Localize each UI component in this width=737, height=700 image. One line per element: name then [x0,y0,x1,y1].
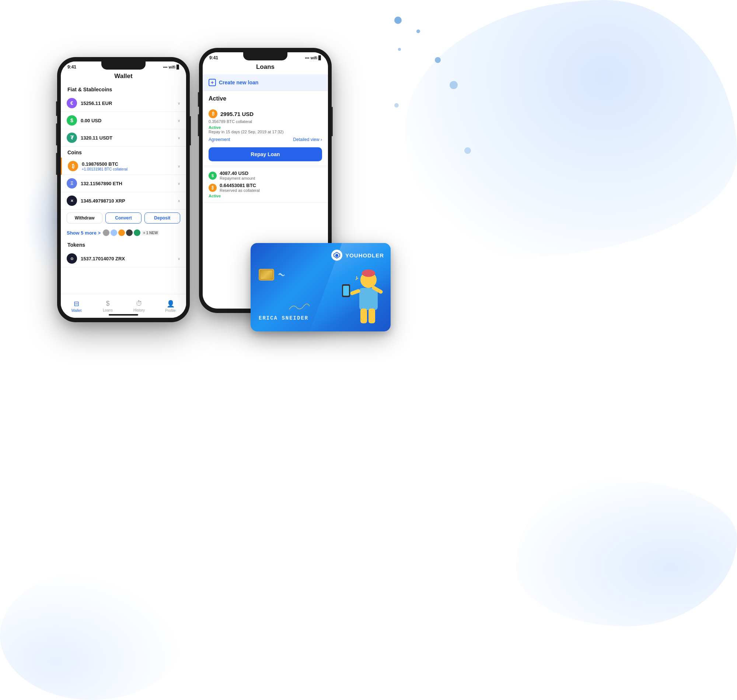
loan-1-repay-info: Repay in 15 days (22 Sep, 2019 at 17:32) [209,129,322,134]
btc-info: 0.19876500 BTC +1.00131981 BTC collatera… [82,161,128,171]
chip-lines [260,270,273,279]
loan-2-btc-icon: ₿ [209,184,217,192]
agreement-link[interactable]: Agreement [209,137,230,142]
wallet-nav-icon: ⊟ [74,300,79,308]
dot-4 [435,57,441,63]
nfc-icon [276,270,285,281]
wifi-icon: wifi [169,65,175,69]
nav-wallet-label: Wallet [71,309,81,313]
usd-icon: $ [67,115,77,126]
withdraw-button[interactable]: Withdraw [67,212,102,224]
btc-chevron: ∨ [178,164,180,168]
show-more[interactable]: Show 5 more > + 1 NEW [61,226,186,239]
create-loan-button[interactable]: + Create new loan [203,74,328,91]
phone-notch-1 [101,62,146,70]
eth-row[interactable]: Ξ 132.11567890 ETH ∨ [61,175,186,192]
nav-history-label: History [133,308,145,312]
loan-2-collateral-info: 0.64453081 BTC Reserved as collateral [220,182,260,193]
scene: 9:41 ▪▪▪ wifi ▊ Wallet Fiat & Stablecoin… [0,0,737,700]
usdt-icon: ₮ [67,132,77,143]
loan-2-status: Active [209,194,322,198]
deposit-button[interactable]: Deposit [144,212,180,224]
mini-icon-1 [103,229,109,236]
bg-blob-main [405,0,737,258]
create-loan-label: Create new loan [219,79,258,85]
svg-rect-4 [359,288,378,310]
nav-wallet[interactable]: ⊟ Wallet [61,300,92,313]
nav-loans[interactable]: $ Loans [92,300,124,312]
eth-left: Ξ 132.11567890 ETH [67,178,122,188]
loans-nav-icon: $ [106,300,109,307]
svg-marker-1 [335,254,338,257]
xrp-amount: 1345.49798710 XRP [81,198,125,204]
wallet-screen: 9:41 ▪▪▪ wifi ▊ Wallet Fiat & Stablecoin… [61,62,186,318]
plus-icon: + [209,79,216,86]
svg-rect-8 [343,286,349,296]
zrx-amount: 1537.17014070 ZRX [81,256,125,262]
wallet-screen-container: 9:41 ▪▪▪ wifi ▊ Wallet Fiat & Stablecoin… [61,62,186,318]
btc-left: ₿ 0.19876500 BTC +1.00131981 BTC collate… [68,161,128,171]
convert-button[interactable]: Convert [105,212,141,224]
mini-icon-5 [134,229,140,236]
usdt-chevron: ∨ [178,136,180,140]
battery-icon: ▊ [177,65,180,70]
mini-icon-2 [111,229,117,236]
btc-row[interactable]: ₿ 0.19876500 BTC +1.00131981 BTC collate… [61,157,186,175]
nav-profile-label: Profile [165,309,175,313]
loan-2-repayment-amount: 4087.40 USD [220,171,255,176]
mini-icons: + 1 NEW [103,229,159,236]
eur-row[interactable]: € 15256.11 EUR ∨ [61,95,186,112]
btc-sub: +1.00131981 BTC collateral [82,167,128,171]
detail-view-link[interactable]: Detailed view › [293,137,322,142]
status-icons-1: ▪▪▪ wifi ▊ [163,65,180,70]
zrx-chevron: ∨ [178,257,180,261]
eth-amount: 132.11567890 ETH [81,181,122,186]
svg-rect-9 [360,309,367,323]
loan-1-status: Active [209,125,322,129]
home-indicator-1 [109,314,138,316]
status-icons-2: ▪▪▪ wifi ▊ [305,56,321,60]
zrx-row[interactable]: ⊙ 1537.17014070 ZRX ∨ [61,250,186,267]
loan-2-repayment-label: Repayment amount [220,176,255,181]
btc-amount: 0.19876500 BTC [82,161,128,167]
zrx-icon: ⊙ [67,253,77,264]
xrp-actions: Withdraw Convert Deposit [61,210,186,226]
youhodler-brand-name: YOUHODLER [345,252,384,259]
xrp-chevron: ∧ [178,199,180,203]
usd-chevron: ∨ [178,119,180,123]
nav-history[interactable]: ⏱ History [124,300,155,312]
eth-icon: Ξ [67,178,77,188]
repay-loan-button[interactable]: Repay Loan [209,147,322,161]
card-scribble [287,302,310,313]
card-illustration-svg [328,258,387,331]
battery-icon-2: ▊ [318,56,321,60]
card-chip [259,269,274,281]
mini-icon-3 [118,229,125,236]
usdt-row[interactable]: ₮ 1320.11 USDT ∨ [61,129,186,147]
coins-header: Coins [61,147,186,157]
wallet-title: Wallet [61,70,186,84]
side-btn-5 [198,92,199,107]
usdt-amount: 1320.11 USDT [81,135,112,141]
xrp-row[interactable]: ✕ 1345.49798710 XRP ∧ [61,192,186,210]
loan-1-header: ₿ 2995.71 USD [209,109,322,118]
new-badge: + 1 NEW [142,231,159,235]
history-nav-icon: ⏱ [136,300,143,307]
usd-row[interactable]: $ 0.00 USD ∨ [61,112,186,129]
credit-card: YOUHODLER ERICA SNEIDER [251,243,391,331]
loan-1-amount: 2995.71 USD [220,111,254,117]
eur-chevron: ∨ [178,101,180,105]
side-btn-3 [56,153,57,175]
usd-amount: 0.00 USD [81,118,101,124]
card-illustration [328,258,387,331]
dot-1 [394,16,402,24]
nav-profile[interactable]: 👤 Profile [155,300,186,313]
svg-point-3 [362,269,375,277]
side-btn-7 [332,107,333,136]
dot-5 [450,81,458,89]
tokens-header: Tokens [61,239,186,250]
xrp-section: ✕ 1345.49798710 XRP ∧ Withdraw Convert D… [61,192,186,226]
phone-wallet: 9:41 ▪▪▪ wifi ▊ Wallet Fiat & Stablecoin… [57,57,190,322]
nav-loans-label: Loans [103,308,113,312]
loan-2-collateral-label: Reserved as collateral [220,188,260,193]
